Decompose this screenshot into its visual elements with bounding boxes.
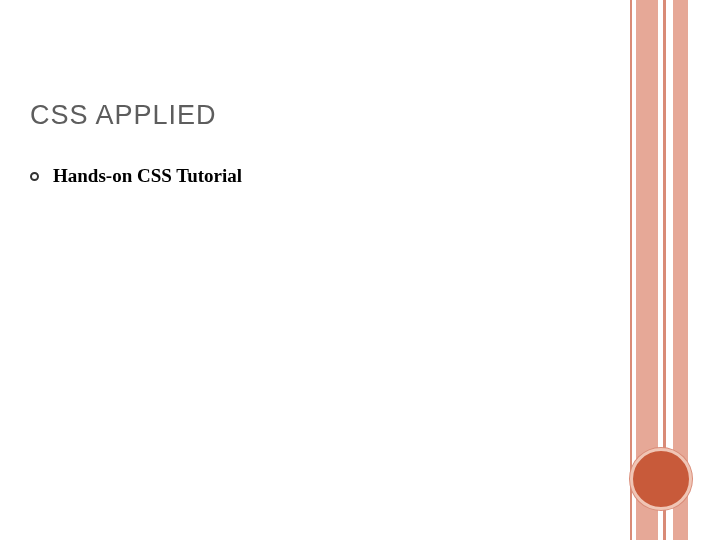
bullet-item: Hands-on CSS Tutorial (30, 165, 242, 187)
decorative-stripe (630, 0, 632, 540)
slide-title: CSS APPLIED (30, 100, 217, 131)
decorative-circle (630, 448, 692, 510)
bullet-text: Hands-on CSS Tutorial (53, 165, 242, 187)
bullet-icon (30, 172, 39, 181)
